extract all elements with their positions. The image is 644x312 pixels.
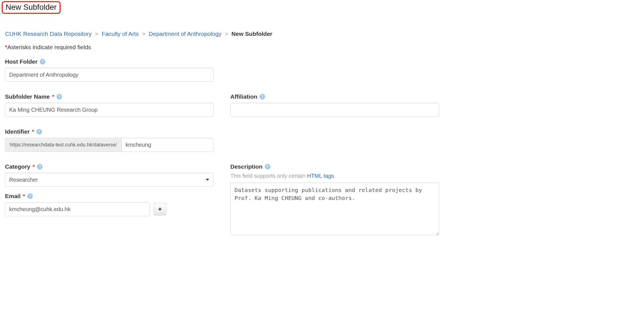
required-note-text: Asterisks indicate required fields [7,44,91,50]
asterisk-icon: * [32,128,34,135]
email-label: Email [5,193,21,199]
category-label: Category [5,163,30,170]
help-icon[interactable]: ? [27,193,33,199]
identifier-prefix: https://researchdata-test.cuhk.edu.hk/da… [5,138,121,152]
description-hint-prefix: This field supports only certain [230,173,307,179]
help-icon[interactable]: ? [56,94,62,99]
asterisk-icon: * [5,44,7,50]
host-folder-label: Host Folder [5,58,38,65]
breadcrumb-sep: > [95,31,98,37]
identifier-input[interactable] [121,138,214,152]
breadcrumb-sep: > [225,31,228,37]
breadcrumb-sep: > [142,31,145,37]
affiliation-label: Affiliation [230,93,257,100]
description-hint-suffix: . [334,173,336,179]
asterisk-icon: * [23,193,25,199]
required-fields-note: *Asterisks indicate required fields [5,44,639,51]
html-tags-link[interactable]: HTML tags [307,173,334,179]
affiliation-input[interactable] [230,103,439,117]
description-label: Description [230,163,263,170]
asterisk-icon: * [33,163,35,170]
breadcrumb-link-root[interactable]: CUHK Research Data Repository [5,31,92,37]
breadcrumb-link-department[interactable]: Department of Anthropology [149,31,222,37]
help-icon[interactable]: ? [36,129,42,134]
subfolder-name-label: Subfolder Name [5,93,50,100]
email-input[interactable] [5,202,150,216]
help-icon[interactable]: ? [265,164,270,169]
host-folder-input[interactable] [5,68,214,82]
subfolder-name-input[interactable] [5,103,214,117]
breadcrumb-link-faculty[interactable]: Faculty of Arts [102,31,139,37]
category-select[interactable]: Researcher [5,173,214,187]
help-icon[interactable]: ? [40,59,45,64]
help-icon[interactable]: ? [260,94,265,99]
page-title: New Subfolder [2,1,61,14]
description-textarea[interactable] [230,183,439,235]
help-icon[interactable]: ? [37,164,43,169]
breadcrumb: CUHK Research Data Repository > Faculty … [5,31,639,37]
breadcrumb-current: New Subfolder [231,31,272,37]
add-email-button[interactable]: + [154,203,166,216]
description-hint: This field supports only certain HTML ta… [230,173,439,179]
asterisk-icon: * [52,93,54,100]
identifier-label: Identifier [5,128,30,135]
plus-icon: + [158,205,162,213]
